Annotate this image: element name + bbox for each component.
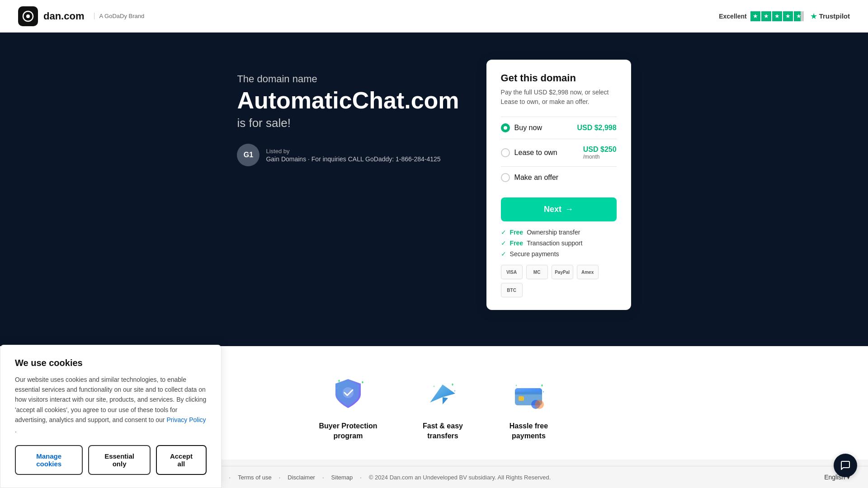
card-title: Get this domain [501, 72, 617, 84]
option-lease-price: USD $250 [583, 145, 617, 153]
cookie-privacy-link[interactable]: Privacy Policy [166, 416, 206, 423]
footer-sep-3: · [229, 474, 231, 481]
trustpilot-icon: ★ [810, 11, 817, 21]
fast-transfers-title: Fast & easytransfers [422, 421, 463, 441]
logo-brand: A GoDaDy Brand [94, 13, 144, 19]
seller-label: Listed by [266, 148, 440, 155]
plane-icon [425, 375, 461, 412]
radio-offer [501, 173, 510, 182]
option-lease-label: Lease to own [514, 149, 557, 157]
card-features: ✓ Free Ownership transfer ✓ Free Transac… [501, 229, 617, 258]
svg-rect-8 [515, 392, 542, 394]
star-2: ★ [761, 11, 771, 21]
option-lease-left: Lease to own [501, 148, 557, 157]
cookie-text-after: . [15, 427, 17, 434]
trustpilot-logo: ★ Trustpilot [810, 11, 850, 21]
hero-forsale: is for sale! [237, 116, 459, 130]
next-button-label: Next [544, 205, 561, 214]
feature-buyer-protection: Buyer Protectionprogram [319, 373, 377, 441]
payment-icon [510, 375, 547, 412]
fast-transfers-icon-area [422, 373, 463, 414]
cookie-text: Our website uses cookies and similar tec… [15, 375, 207, 435]
shield-icon [330, 375, 366, 412]
feature2-free: Free [510, 239, 524, 247]
radio-buy-dot [504, 126, 507, 130]
payment-icons: VISA MC PayPal Amex BTC [501, 265, 617, 297]
feature-secure: ✓ Secure payments [501, 250, 617, 258]
cookie-banner: We use cookies Our website uses cookies … [0, 345, 222, 488]
radio-buy [501, 123, 510, 132]
buyer-protection-title: Buyer Protectionprogram [319, 421, 377, 441]
accept-all-button[interactable]: Accept all [156, 445, 207, 475]
trustpilot-name: Trustpilot [819, 12, 850, 20]
option-buy[interactable]: Buy now USD $2,998 [501, 117, 617, 139]
option-buy-price: USD $2,998 [577, 124, 616, 132]
buyer-protection-icon-area [328, 373, 368, 414]
check-icon-2: ✓ [501, 239, 506, 247]
footer-sep-6: · [360, 474, 362, 481]
option-buy-label: Buy now [514, 124, 542, 132]
hassle-free-icon-area [508, 373, 549, 414]
logo-text: dan.com [43, 10, 84, 22]
cookie-buttons: Manage cookies Essential only Accept all [15, 445, 207, 475]
logo-area: dan.com A GoDaDy Brand [18, 6, 144, 26]
hero-domain: AutomaticChat.com [237, 88, 459, 113]
option-offer-left: Make an offer [501, 173, 559, 182]
radio-lease [501, 148, 510, 157]
feature-ownership: ✓ Free Ownership transfer [501, 229, 617, 236]
card-subtitle: Pay the full USD $2,998 now, or select L… [501, 88, 617, 107]
star-4: ★ [783, 11, 793, 21]
manage-cookies-button[interactable]: Manage cookies [15, 445, 83, 475]
chat-button[interactable] [834, 454, 857, 477]
header: dan.com A GoDaDy Brand Excellent ★ ★ ★ ★… [0, 0, 868, 33]
next-arrow-icon: → [565, 205, 573, 214]
option-lease[interactable]: Lease to own USD $250 /month [501, 139, 617, 166]
feature2-text: Transaction support [527, 239, 582, 247]
star-3: ★ [772, 11, 782, 21]
payment-amex: Amex [577, 265, 599, 279]
cookie-title: We use cookies [15, 358, 207, 368]
option-offer[interactable]: Make an offer [501, 166, 617, 188]
trustpilot-stars: ★ ★ ★ ★ ★ [750, 11, 804, 21]
star-5: ★ [794, 11, 804, 21]
option-lease-price-area: USD $250 /month [583, 145, 617, 160]
svg-point-1 [26, 14, 30, 18]
svg-rect-9 [519, 396, 524, 401]
footer-sitemap[interactable]: Sitemap [331, 474, 353, 481]
option-lease-sub: /month [583, 154, 617, 160]
feature-hassle-free: Hassle freepayments [508, 373, 549, 441]
trustpilot-label: Excellent [719, 13, 746, 20]
hassle-free-title: Hassle freepayments [508, 421, 549, 441]
hero-content: The domain name AutomaticChat.com is for… [237, 60, 459, 166]
seller-info: G1 Listed by Gain Domains · For inquirie… [237, 144, 459, 166]
payment-paypal: PayPal [552, 265, 573, 279]
option-buy-left: Buy now [501, 123, 542, 132]
feature1-text: Ownership transfer [527, 229, 580, 236]
footer-disclaimer[interactable]: Disclaimer [288, 474, 315, 481]
purchase-card: Get this domain Pay the full USD $2,998 … [486, 60, 631, 310]
svg-point-11 [535, 400, 544, 409]
payment-btc: BTC [501, 283, 523, 297]
svg-marker-4 [443, 397, 448, 404]
trustpilot-area: Excellent ★ ★ ★ ★ ★ ★ Trustpilot [719, 11, 850, 21]
check-icon-3: ✓ [501, 250, 506, 258]
essential-only-button[interactable]: Essential only [88, 445, 151, 475]
payment-mc: MC [526, 265, 548, 279]
footer-terms[interactable]: Terms of use [238, 474, 271, 481]
seller-details: Listed by Gain Domains · For inquiries C… [266, 148, 440, 163]
next-button[interactable]: Next → [501, 197, 617, 221]
feature3-text: Secure payments [510, 250, 559, 258]
check-icon-1: ✓ [501, 229, 506, 236]
footer-sep-4: · [279, 474, 281, 481]
option-offer-label: Make an offer [514, 174, 559, 182]
footer-copyright: © 2024 Dan.com an Undeveloped BV subsidi… [369, 474, 551, 481]
chat-icon [840, 460, 851, 471]
star-1: ★ [750, 11, 760, 21]
seller-name: Gain Domains · For inquiries CALL GoDadd… [266, 155, 440, 163]
footer-sep-5: · [322, 474, 324, 481]
seller-avatar: G1 [237, 144, 259, 166]
hero-subtitle: The domain name [237, 73, 459, 85]
feature1-free: Free [510, 229, 524, 236]
hero-section: The domain name AutomaticChat.com is for… [0, 33, 868, 346]
feature-transaction: ✓ Free Transaction support [501, 239, 617, 247]
